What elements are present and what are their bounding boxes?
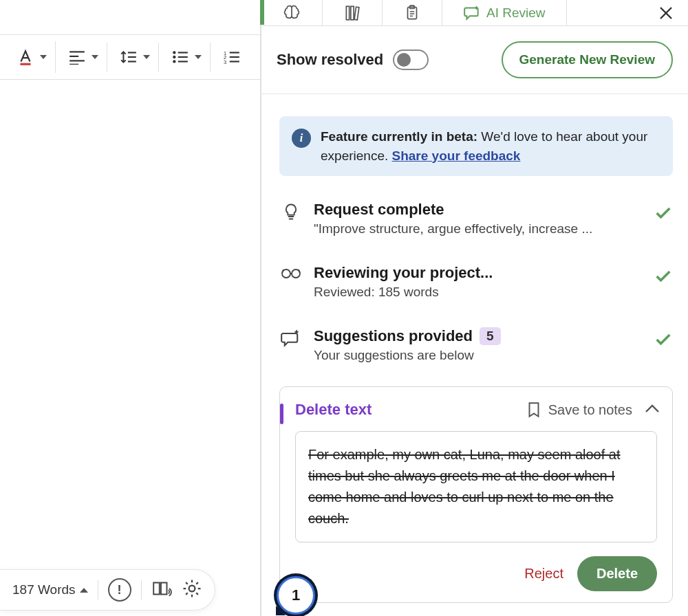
lightbulb-icon xyxy=(281,202,301,221)
status-bar: 187 Words ! xyxy=(0,569,215,610)
info-bold: Feature currently in beta: xyxy=(321,129,477,144)
read-aloud-button[interactable] xyxy=(151,579,172,601)
svg-point-9 xyxy=(173,56,175,58)
chevron-up-icon xyxy=(645,404,660,413)
delete-button[interactable]: Delete xyxy=(577,556,657,591)
suggestion-title: Delete text xyxy=(295,401,372,419)
brain-icon xyxy=(282,3,301,23)
suggestion-deleted-text: For example, my own cat, Luna, may seem … xyxy=(308,444,644,529)
svg-text:3: 3 xyxy=(224,59,226,65)
panel-header: Show resolved Generate New Review xyxy=(261,26,688,94)
suggestion-accent xyxy=(280,404,283,424)
chat-sparkle-icon xyxy=(281,329,301,348)
gear-icon xyxy=(182,578,202,599)
bookmark-icon xyxy=(526,401,541,419)
word-count-label: 187 Words xyxy=(12,582,76,597)
status-title: Suggestions provided xyxy=(314,327,473,345)
save-to-notes-button[interactable]: Save to notes xyxy=(526,401,632,419)
line-spacing-button[interactable] xyxy=(116,45,154,69)
text-color-icon xyxy=(17,48,34,66)
show-resolved-label: Show resolved xyxy=(277,51,383,69)
info-icon: i xyxy=(292,129,311,148)
glasses-icon xyxy=(281,265,301,280)
svg-rect-22 xyxy=(354,7,359,20)
tab-brain[interactable] xyxy=(261,0,323,25)
status-sub: Your suggestions are below xyxy=(314,348,643,363)
chevron-down-icon xyxy=(92,55,98,59)
show-resolved-toggle[interactable] xyxy=(393,50,429,70)
active-tab-indicator xyxy=(260,0,264,25)
line-spacing-icon xyxy=(120,50,138,65)
align-button[interactable] xyxy=(64,45,103,69)
toggle-knob xyxy=(397,53,411,67)
divider xyxy=(98,580,98,600)
status-sub: Reviewed: 185 words xyxy=(314,285,643,300)
status-list: Request complete "Improve structure, arg… xyxy=(261,176,688,370)
chevron-down-icon xyxy=(143,55,150,59)
library-icon xyxy=(343,4,361,22)
svg-point-10 xyxy=(173,60,175,63)
generate-review-button[interactable]: Generate New Review xyxy=(502,41,673,78)
suggestion-card: Delete text Save to notes For example, m… xyxy=(279,386,673,603)
chevron-up-icon xyxy=(80,588,88,593)
info-text: Feature currently in beta: We'd love to … xyxy=(321,127,660,165)
close-icon xyxy=(658,5,674,21)
numbered-list-icon: 1 2 3 xyxy=(223,50,241,65)
svg-rect-0 xyxy=(20,63,30,65)
suggestion-header: Delete text Save to notes xyxy=(280,387,672,421)
tab-ai-review-label: AI Review xyxy=(486,6,546,21)
bullet-list-button[interactable] xyxy=(167,45,206,69)
collapse-suggestion-button[interactable] xyxy=(645,404,660,416)
svg-rect-21 xyxy=(351,6,354,20)
chat-sparkle-icon xyxy=(463,4,481,22)
issues-button[interactable]: ! xyxy=(108,578,131,602)
numbered-list-button[interactable]: 1 2 3 xyxy=(219,45,245,69)
suggestion-actions: Reject Delete xyxy=(280,542,672,602)
svg-point-8 xyxy=(173,51,175,54)
divider xyxy=(141,580,142,600)
tab-library[interactable] xyxy=(323,0,383,25)
chevron-down-icon xyxy=(40,55,47,59)
settings-button[interactable] xyxy=(182,578,202,602)
text-color-button[interactable] xyxy=(12,44,51,70)
status-sub: "Improve structure, argue effectively, i… xyxy=(314,221,643,236)
save-to-notes-label: Save to notes xyxy=(548,402,632,418)
reject-button[interactable]: Reject xyxy=(524,566,563,582)
share-feedback-link[interactable]: Share your feedback xyxy=(392,148,521,163)
svg-point-32 xyxy=(189,586,195,592)
tab-clipboard[interactable] xyxy=(383,0,442,25)
editor-area: 1 2 3 xyxy=(0,0,260,616)
ai-review-panel: AI Review Show resolved Generate New Rev… xyxy=(260,0,688,616)
status-request-complete: Request complete "Improve structure, arg… xyxy=(279,180,673,243)
check-icon xyxy=(654,204,673,223)
check-icon xyxy=(654,267,673,286)
align-left-icon xyxy=(68,50,86,65)
status-suggestions: Suggestions provided 5 Your suggestions … xyxy=(279,307,673,370)
editor-toolbar: 1 2 3 xyxy=(0,34,260,80)
check-icon xyxy=(654,330,673,349)
beta-info-banner: i Feature currently in beta: We'd love t… xyxy=(279,116,673,176)
word-count-button[interactable]: 187 Words xyxy=(12,582,88,597)
close-panel-button[interactable] xyxy=(644,0,688,25)
clipboard-icon xyxy=(403,4,421,22)
panel-tabs: AI Review xyxy=(261,0,688,26)
tab-ai-review[interactable]: AI Review xyxy=(442,0,567,25)
suggestion-count-badge: 5 xyxy=(480,327,501,345)
bullet-list-icon xyxy=(171,50,189,65)
status-title: Request complete xyxy=(314,201,643,219)
suggestion-body: For example, my own cat, Luna, may seem … xyxy=(295,431,657,542)
status-reviewing: Reviewing your project... Reviewed: 185 … xyxy=(279,243,673,307)
book-audio-icon xyxy=(151,579,172,598)
svg-rect-20 xyxy=(346,6,349,20)
chevron-down-icon xyxy=(195,55,202,59)
status-title: Reviewing your project... xyxy=(314,264,643,282)
floating-suggestion-counter[interactable]: 1 xyxy=(277,576,315,615)
floating-counter-value: 1 xyxy=(292,586,300,604)
